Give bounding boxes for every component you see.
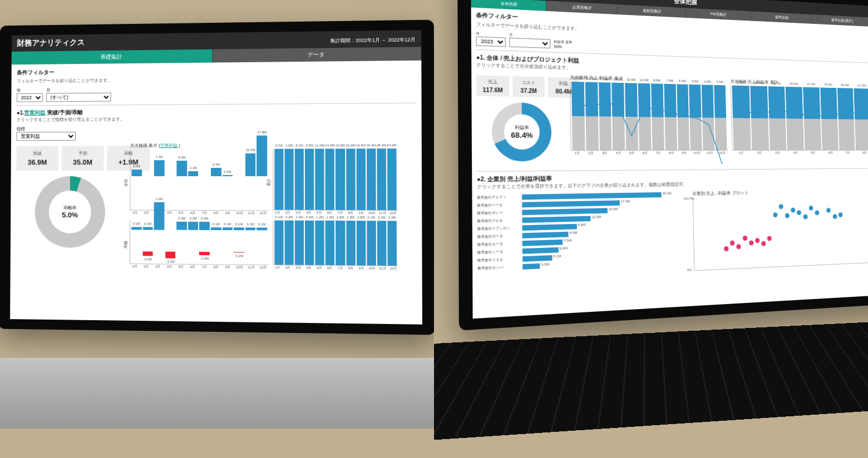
kpi-actual: 実績36.9M [16,146,58,171]
chart-ruikei-bars[interactable]: 3.0M1.0M8.1M5.0M11.9M14.0M12.5M16.2M16.6… [273,148,398,211]
left-donut: 乖離率5.0% [34,176,105,248]
r-kpi-sales: 売上117.6M [476,75,509,96]
right-dashboard: 全体把握 全体把握 企業別集計 資材別集計 PM別集計 前年比較 前年比較(累計… [471,0,868,318]
tab-data[interactable]: データ [213,47,421,62]
period-label: 集計期間：2022年1月 ～ 2022年12月 [330,36,416,44]
indicator-label: 指標 [17,124,416,132]
kpi-forecast: 予測35.0M [61,146,103,171]
chart-monthly-bars[interactable]: 3.0M-2.0M7.1M-3.1M6.9M2.1M-1.5M3.7M0.4M-… [130,150,268,211]
year-label: 年 [17,87,43,93]
right-laptop: 全体把握 全体把握 企業別集計 資材別集計 PM別集計 前年比較 前年比較(累計… [457,0,868,331]
month-select[interactable]: (すべて) [46,93,111,102]
scatter-plot[interactable]: 100.0% 0% [693,195,868,271]
year-select[interactable]: 2022 [17,93,43,102]
right-donut: 利益率68.4% [492,102,552,162]
r-month-select[interactable] [509,38,550,48]
app-title: 財務アナリティクス [17,38,85,48]
left-laptop: 財務アナリティクス 集計期間：2022年1月 ～ 2022年12月 基礎集計 デ… [0,20,434,335]
company-hbars[interactable]: 株式会社アルファ25.1M株式会社ベータ17.3M株式会社ガンマ15.0M株式会… [477,191,689,280]
r-kpi-cost: コスト37.2M [512,76,545,97]
right-title: 全体把握 [674,0,697,7]
chart1-title: 月次推移 単月 [営業利益 ] [130,142,269,149]
indicator-select[interactable]: 営業利益 [17,132,76,141]
chart-kairi-bars[interactable]: 0.1M0.1M1.0M-0.3M0.3M0.3M0.3M0.1M0.1M0.1… [130,220,268,265]
left-dashboard: 財務アナリティクス 集計期間：2022年1月 ～ 2022年12月 基礎集計 デ… [10,30,422,325]
tab-basic[interactable]: 基礎集計 [12,49,213,65]
filter-sub: フィルターでデータを絞り込むことができます。 [17,74,416,84]
month-label: 月 [46,87,111,93]
chart1-ylabel: 金額 [124,179,129,187]
chart-ruikei-kairi[interactable]: 0.1M0.2M1.2M0.9M1.2M1.5M1.8M1.9M2.0M2.1M… [273,220,398,266]
r-year-select[interactable]: 2023 [476,37,506,47]
